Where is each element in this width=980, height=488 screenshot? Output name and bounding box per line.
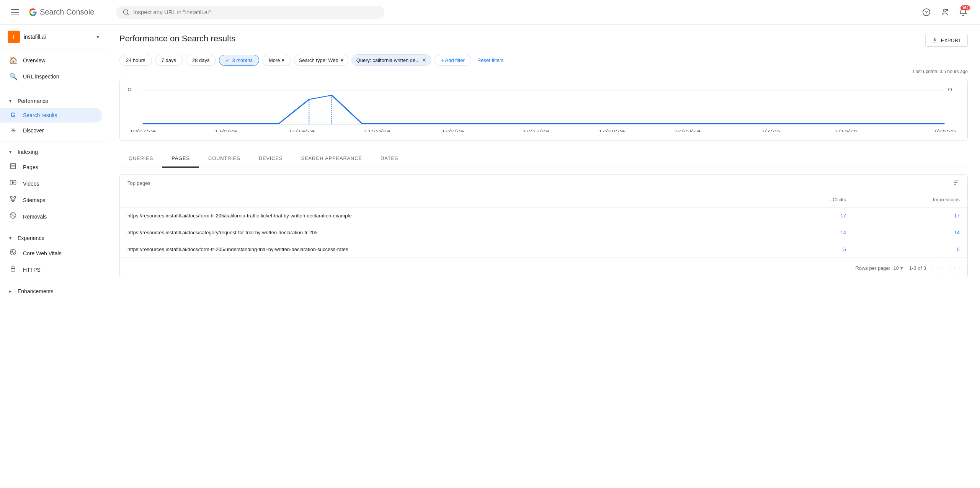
svg-text:10/27/24: 10/27/24 [129,129,156,133]
filter-28d-label: 28 days [192,57,210,63]
row-3-clicks-value: 5 [843,246,846,252]
tab-search-appearance-label: SEARCH APPEARANCE [301,155,362,161]
sidebar-item-discover[interactable]: ✳ Discover [0,122,102,139]
query-filter-close-icon[interactable]: ✕ [422,57,426,63]
sidebar-section-enhancements[interactable]: ▸ Enhancements [0,284,107,298]
filter-more[interactable]: More ▾ [262,55,291,66]
enhancements-arrow-icon: ▸ [9,289,11,294]
tab-countries-label: COUNTRIES [208,155,240,161]
svg-point-21 [943,9,946,11]
col-header-impressions: Impressions [854,192,967,207]
tab-search-appearance[interactable]: SEARCH APPEARANCE [292,150,371,168]
sidebar-section-performance[interactable]: ▾ Performance [0,94,107,108]
tab-dates[interactable]: DATES [371,150,407,168]
sidebar-item-overview-label: Overview [23,57,45,64]
nav-divider-1 [0,91,107,91]
svg-line-18 [127,13,128,15]
filter-3m[interactable]: ✓ 3 months [219,55,259,66]
filter-28d[interactable]: 28 days [186,55,216,66]
svg-rect-6 [10,196,12,198]
google-logo-icon [28,8,38,17]
export-icon [932,37,938,43]
sidebar-section-enhancements-label: Enhancements [18,288,53,294]
table-header-row: Top pages [120,175,967,192]
search-type-filter[interactable]: Search type: Web ▾ [294,55,348,66]
nav-divider-3 [0,228,107,228]
col-clicks-label: Clicks [833,197,846,202]
sidebar-section-experience[interactable]: ▾ Experience [0,231,107,245]
svg-rect-7 [14,196,16,198]
discover-icon: ✳ [9,126,17,135]
data-table-section: Top pages ↓ [119,174,968,278]
row-3-url-link[interactable]: https://resources.instafill.ai/docs/form… [127,246,348,252]
sidebar-item-sitemaps-label: Sitemaps [23,197,45,203]
sidebar-item-sitemaps[interactable]: Sitemaps [0,192,102,208]
sidebar-section-indexing[interactable]: ▾ Indexing [0,145,107,159]
tab-pages-label: PAGES [172,155,190,161]
hamburger-menu[interactable] [8,6,22,18]
url-inspect-search-bar[interactable] [116,6,384,19]
sidebar-item-url-inspection[interactable]: 🔍 URL inspection [0,69,102,85]
indexing-arrow-icon: ▾ [9,149,11,155]
main-content-area: ? 164 [107,0,980,488]
sidebar-section-indexing-label: Indexing [18,149,38,155]
row-2-clicks-value: 14 [841,230,846,235]
help-button[interactable]: ? [919,5,934,20]
sidebar-item-core-web-vitals[interactable]: Core Web Vitals [0,245,102,261]
table-row: https://resources.instafill.ai/docs/cate… [120,224,967,241]
pagination-controls [932,263,960,273]
sidebar-item-videos[interactable]: Videos [0,175,102,192]
notifications-button[interactable]: 164 [956,5,971,20]
next-page-button[interactable] [949,263,960,273]
svg-text:0: 0 [127,87,132,92]
svg-text:1/25/25: 1/25/25 [933,129,956,133]
sidebar-item-search-results-label: Search results [23,112,57,118]
filter-bar: 24 hours 7 days 28 days ✓ 3 months More … [119,54,968,66]
col-impressions-label: Impressions [933,197,960,202]
page-info: 1-3 of 3 [909,265,926,271]
table-filter-icon[interactable] [953,179,960,187]
search-input-icon [122,9,129,16]
chevron-down-icon: ▾ [96,34,99,40]
sidebar-item-url-inspection-label: URL inspection [23,73,59,80]
add-filter-label: + Add filter [441,57,465,63]
query-filter[interactable]: Query: california written de... ✕ [351,54,431,66]
rows-per-page-select[interactable]: 10 ▾ [893,265,903,271]
svg-point-17 [123,10,128,14]
page-title: Performance on Search results [119,34,235,44]
tab-countries[interactable]: COUNTRIES [199,150,250,168]
filter-24h-label: 24 hours [126,57,145,63]
tab-devices[interactable]: DEVICES [250,150,292,168]
filter-more-label: More [269,57,280,63]
accounts-button[interactable] [937,5,952,20]
tab-pages[interactable]: PAGES [162,150,199,168]
site-avatar: I [8,31,20,43]
svg-text:12/20/24: 12/20/24 [598,129,625,133]
svg-point-22 [946,8,949,11]
tabs: QUERIES PAGES COUNTRIES DEVICES SEARCH A… [119,150,968,168]
filter-24h[interactable]: 24 hours [119,55,152,66]
prev-page-icon [935,266,940,270]
tab-dates-label: DATES [381,155,398,161]
reset-filters-button[interactable]: Reset filters [474,55,507,65]
sidebar-item-pages[interactable]: Pages [0,159,102,175]
row-3-impressions: 5 [854,241,967,258]
page-header-row: Performance on Search results EXPORT [119,34,968,54]
col-header-clicks[interactable]: ↓ Clicks [766,192,854,207]
sidebar-item-removals[interactable]: Removals [0,208,102,225]
add-filter-button[interactable]: + Add filter [434,55,471,66]
tab-queries[interactable]: QUERIES [119,150,162,168]
sidebar-item-overview[interactable]: 🏠 Overview [0,52,102,69]
prev-page-button[interactable] [932,263,943,273]
site-selector[interactable]: I instafill.ai ▾ [0,24,107,49]
row-2-url-link[interactable]: https://resources.instafill.ai/docs/cate… [127,230,317,235]
pages-table: ↓ Clicks Impressions https://resources.i… [120,192,967,258]
sidebar-item-https[interactable]: HTTPS [0,261,102,278]
videos-icon [9,179,17,188]
url-inspect-input[interactable] [133,9,378,15]
sidebar-item-search-results[interactable]: G Search results [0,108,102,122]
filter-7d[interactable]: 7 days [155,55,183,66]
search-type-label: Search type: Web [299,57,338,63]
export-button[interactable]: EXPORT [925,34,968,47]
row-1-url-link[interactable]: https://resources.instafill.ai/docs/form… [127,213,352,219]
